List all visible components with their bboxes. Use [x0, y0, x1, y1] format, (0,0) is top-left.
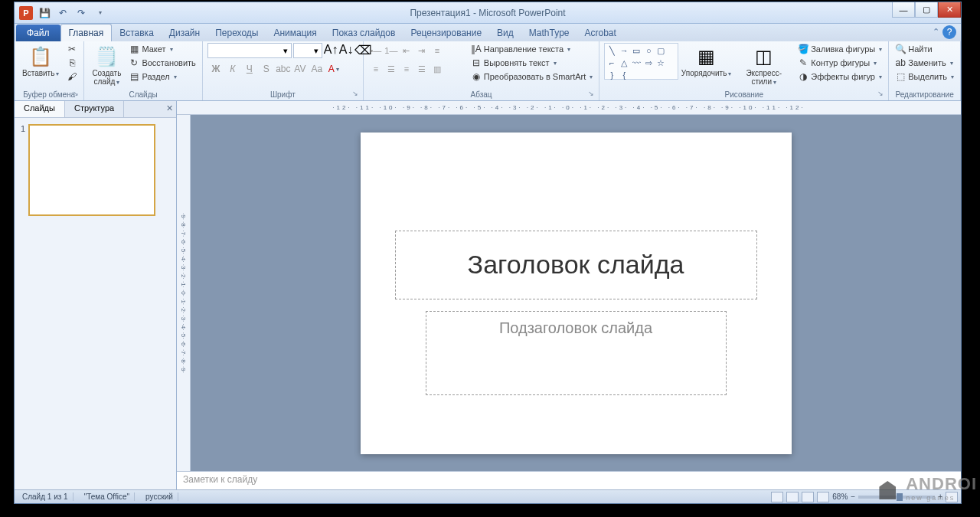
tab-insert[interactable]: Вставка: [112, 25, 162, 41]
tab-slideshow[interactable]: Показ слайдов: [325, 25, 403, 41]
format-painter-button[interactable]: 🖌: [65, 70, 79, 83]
bullets-button[interactable]: •—: [368, 43, 384, 58]
underline-button[interactable]: Ч: [241, 61, 258, 77]
side-tab-slides[interactable]: Слайды: [15, 101, 65, 117]
tab-review[interactable]: Рецензирование: [403, 25, 489, 41]
smartart-button[interactable]: ◉Преобразовать в SmartArt: [469, 70, 594, 83]
slide[interactable]: Заголовок слайда Подзаголовок слайда: [361, 133, 792, 454]
qat-redo-button[interactable]: ↷: [73, 5, 90, 21]
shape-curve[interactable]: 〰: [631, 57, 642, 68]
minimize-button[interactable]: —: [892, 2, 915, 18]
layout-button[interactable]: ▦Макет: [127, 43, 197, 55]
tab-design[interactable]: Дизайн: [162, 25, 207, 41]
line-spacing-button[interactable]: ≡: [430, 43, 445, 58]
tab-transitions[interactable]: Переходы: [207, 25, 266, 41]
align-center-button[interactable]: ☰: [384, 61, 399, 77]
strikethrough-button[interactable]: S: [258, 61, 275, 77]
section-button[interactable]: ▤Раздел: [127, 70, 197, 83]
shape-outline-button[interactable]: ✎Контур фигуры: [796, 57, 884, 69]
arrange-icon: ▦: [694, 44, 719, 69]
font-color-button[interactable]: A: [325, 61, 342, 77]
slide-canvas-area[interactable]: Заголовок слайда Подзаголовок слайда: [177, 115, 961, 471]
clipboard-launcher[interactable]: ↘: [73, 90, 82, 99]
reset-button[interactable]: ↻Восстановить: [127, 57, 197, 69]
paste-button[interactable]: 📋 Вставить: [19, 43, 62, 80]
qat-save-button[interactable]: 💾: [36, 5, 53, 21]
maximize-button[interactable]: ▢: [915, 2, 938, 18]
tab-acrobat[interactable]: Acrobat: [577, 25, 624, 41]
shape-rect[interactable]: ▭: [631, 45, 642, 56]
find-button[interactable]: 🔍Найти: [893, 43, 956, 55]
new-slide-button[interactable]: 🗒️ Создать слайд: [89, 43, 124, 88]
italic-button[interactable]: К: [224, 61, 241, 77]
change-case-button[interactable]: Aa: [309, 61, 325, 77]
shape-line[interactable]: ╲: [606, 45, 617, 56]
bold-button[interactable]: Ж: [207, 61, 224, 77]
view-reading-button[interactable]: [802, 492, 814, 502]
status-language[interactable]: русский: [141, 492, 178, 501]
ribbon-collapse-button[interactable]: ⌃: [933, 27, 939, 37]
cut-button[interactable]: ✂: [65, 43, 79, 55]
qat-customize-button[interactable]: [91, 5, 108, 21]
new-slide-icon: 🗒️: [94, 44, 119, 69]
tab-animations[interactable]: Анимация: [266, 25, 324, 41]
view-normal-button[interactable]: [771, 492, 783, 502]
increase-indent-button[interactable]: ⇥: [414, 43, 430, 58]
shape-brace2[interactable]: {: [619, 70, 629, 80]
shape-tri[interactable]: △: [619, 57, 629, 68]
shape-arrow2[interactable]: ⇨: [643, 57, 654, 68]
columns-button[interactable]: ▥: [430, 61, 445, 77]
shape-effects-button[interactable]: ◑Эффекты фигур: [796, 70, 884, 83]
side-tab-outline[interactable]: Структура: [65, 101, 124, 117]
copy-button[interactable]: ⎘: [65, 57, 79, 69]
app-icon[interactable]: P: [18, 5, 34, 21]
char-spacing-button[interactable]: AV: [292, 61, 309, 77]
view-slideshow-button[interactable]: [817, 492, 829, 502]
align-right-button[interactable]: ≡: [399, 61, 414, 77]
shape-rect2[interactable]: ▢: [655, 45, 666, 56]
arrange-button[interactable]: ▦ Упорядочить: [681, 43, 731, 80]
side-close-button[interactable]: ✕: [166, 103, 173, 113]
shape-fill-button[interactable]: 🪣Заливка фигуры: [796, 43, 884, 55]
text-direction-button[interactable]: ‖AНаправление текста: [469, 43, 594, 55]
replace-button[interactable]: abЗаменить: [893, 57, 956, 69]
decrease-indent-button[interactable]: ⇤: [399, 43, 414, 58]
shrink-font-button[interactable]: A↓: [339, 43, 353, 58]
shape-brace[interactable]: }: [606, 70, 617, 80]
close-button[interactable]: ✕: [938, 2, 961, 18]
align-left-button[interactable]: ≡: [368, 61, 384, 77]
grow-font-button[interactable]: A↑: [324, 43, 338, 58]
font-name-combo[interactable]: ▾: [207, 43, 292, 58]
numbering-button[interactable]: 1—: [384, 43, 399, 58]
help-button[interactable]: ?: [942, 25, 956, 39]
font-launcher[interactable]: ↘: [352, 90, 361, 99]
qat-undo-button[interactable]: ↶: [54, 5, 71, 21]
tab-home[interactable]: Главная: [60, 24, 113, 41]
shape-arrow[interactable]: →: [619, 45, 629, 56]
slide-thumbnail[interactable]: 1: [21, 124, 170, 216]
subtitle-placeholder[interactable]: Подзаголовок слайда: [426, 311, 727, 395]
shape-conn[interactable]: ⌐: [606, 57, 617, 68]
window-controls: — ▢ ✕: [892, 2, 961, 18]
shape-star[interactable]: ☆: [655, 57, 666, 68]
notes-panel[interactable]: Заметки к слайду: [177, 471, 961, 489]
select-button[interactable]: ⬚Выделить: [893, 70, 956, 83]
align-text-button[interactable]: ⊟Выровнять текст: [469, 57, 594, 69]
redo-icon: ↷: [77, 8, 85, 18]
view-sorter-button[interactable]: [786, 492, 799, 502]
status-theme[interactable]: "Тема Office": [80, 492, 135, 501]
justify-button[interactable]: ☰: [414, 61, 430, 77]
status-slide-info[interactable]: Слайд 1 из 1: [18, 492, 74, 501]
shape-oval[interactable]: ○: [643, 45, 654, 56]
zoom-out-button[interactable]: −: [851, 492, 855, 501]
shadow-button[interactable]: abc: [275, 61, 292, 77]
tab-mathtype[interactable]: MathType: [521, 25, 577, 41]
drawing-launcher[interactable]: ↘: [877, 90, 887, 99]
shapes-gallery[interactable]: ╲ → ▭ ○ ▢ ⌐ △ 〰 ⇨ ☆ } {: [604, 43, 678, 80]
title-placeholder[interactable]: Заголовок слайда: [395, 231, 757, 299]
file-tab[interactable]: Файл: [16, 25, 60, 41]
quick-styles-button[interactable]: ◫ Экспресс-стили: [734, 43, 793, 88]
paragraph-launcher[interactable]: ↘: [588, 90, 597, 99]
font-size-combo[interactable]: ▾: [293, 43, 322, 58]
tab-view[interactable]: Вид: [489, 25, 521, 41]
